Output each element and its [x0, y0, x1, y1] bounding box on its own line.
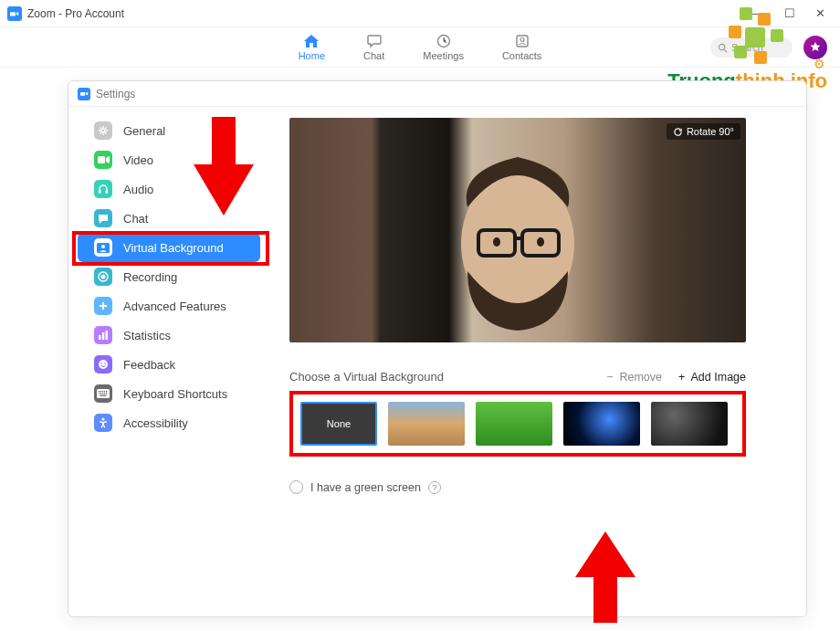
green-screen-checkbox[interactable] — [289, 480, 303, 494]
svg-rect-31 — [99, 393, 100, 394]
bars-icon — [94, 326, 112, 344]
svg-rect-34 — [104, 393, 105, 394]
sidebar-item-label: Recording — [123, 270, 177, 284]
sidebar-item-statistics[interactable]: Statistics — [78, 321, 260, 350]
nav-chat[interactable]: Chat — [363, 33, 384, 61]
sidebar-item-audio[interactable]: Audio — [78, 174, 260, 204]
maximize-button[interactable]: ☐ — [784, 6, 795, 20]
svg-point-42 — [493, 237, 500, 247]
bg-option-none[interactable]: None — [300, 402, 377, 446]
svg-rect-32 — [100, 393, 101, 394]
bg-none-label: None — [327, 418, 351, 429]
svg-rect-33 — [102, 393, 103, 394]
home-icon — [303, 33, 320, 49]
help-icon[interactable]: ? — [428, 481, 441, 494]
svg-point-23 — [100, 363, 102, 364]
svg-rect-19 — [99, 335, 101, 340]
zoom-app-icon — [7, 6, 22, 21]
add-image-button[interactable]: + Add Image — [678, 371, 746, 384]
sidebar-item-label: Virtual Background — [123, 241, 224, 255]
keyboard-icon — [94, 384, 112, 403]
smile-icon — [94, 355, 112, 373]
svg-rect-29 — [104, 391, 105, 392]
svg-rect-21 — [106, 331, 109, 340]
rotate-label: Rotate 90° — [687, 126, 734, 137]
settings-header: Settings — [68, 81, 806, 107]
contacts-icon — [515, 33, 530, 49]
search-icon — [718, 43, 728, 53]
sidebar-item-advanced[interactable]: Advanced Features — [78, 291, 260, 321]
settings-window: Settings General Video Audio — [68, 80, 807, 617]
svg-rect-28 — [102, 391, 103, 392]
gear-watermark-icon: ⚙ — [814, 57, 825, 71]
bg-option-grass[interactable] — [476, 402, 552, 446]
bg-option-custom[interactable] — [651, 402, 728, 446]
sidebar-item-label: Keyboard Shortcuts — [123, 387, 227, 401]
nav-contacts-label: Contacts — [502, 50, 541, 61]
sidebar-item-keyboard[interactable]: Keyboard Shortcuts — [78, 379, 260, 408]
svg-point-2 — [520, 38, 524, 42]
rotate-button[interactable]: Rotate 90° — [667, 123, 740, 140]
sidebar-item-feedback[interactable]: Feedback — [78, 350, 260, 379]
svg-rect-36 — [100, 395, 107, 396]
sidebar-item-video[interactable]: Video — [78, 145, 260, 174]
sidebar-item-virtual-background[interactable]: Virtual Background — [78, 233, 260, 262]
settings-sidebar: General Video Audio Chat — [68, 107, 269, 616]
svg-point-43 — [537, 237, 544, 247]
background-thumbnails: None — [300, 402, 735, 446]
svg-point-3 — [719, 44, 724, 49]
sidebar-item-accessibility[interactable]: Accessibility — [78, 408, 260, 437]
bg-option-bridge[interactable] — [388, 402, 465, 446]
window-title: Zoom - Pro Account — [27, 7, 124, 20]
svg-rect-26 — [99, 391, 100, 392]
video-preview: Rotate 90° — [289, 118, 746, 342]
choose-bg-label: Choose a Virtual Background — [289, 370, 444, 384]
svg-rect-27 — [100, 391, 101, 392]
clock-icon — [436, 33, 451, 49]
chat-bubble-icon — [94, 209, 112, 227]
plus-icon — [94, 297, 112, 315]
remove-image-button[interactable]: − Remove — [606, 371, 662, 384]
sidebar-item-general[interactable]: General — [78, 116, 260, 145]
search-placeholder: Search — [731, 42, 763, 53]
choose-bg-row: Choose a Virtual Background − Remove + A… — [289, 370, 746, 384]
bg-option-earth[interactable] — [563, 402, 640, 446]
sidebar-item-label: Feedback — [123, 358, 175, 372]
user-card-icon — [94, 238, 112, 257]
svg-rect-12 — [98, 156, 105, 163]
nav-meetings[interactable]: Meetings — [423, 33, 464, 61]
sidebar-item-label: Video — [123, 153, 153, 167]
minimize-button[interactable]: — — [752, 6, 764, 20]
svg-rect-30 — [106, 391, 107, 392]
window-controls: — ☐ ✕ — [752, 6, 833, 20]
nav-meetings-label: Meetings — [423, 50, 464, 61]
webcam-person — [440, 143, 595, 335]
sidebar-item-label: Chat — [123, 212, 148, 226]
headphones-icon — [94, 180, 112, 198]
svg-point-37 — [102, 418, 105, 421]
sidebar-item-label: Advanced Features — [123, 300, 226, 313]
nav-chat-label: Chat — [363, 50, 384, 61]
nav-home[interactable]: Home — [299, 33, 325, 61]
close-button[interactable]: ✕ — [815, 6, 825, 20]
accessibility-icon — [94, 414, 112, 432]
titlebar: Zoom - Pro Account — ☐ ✕ — [0, 0, 840, 27]
settings-title: Settings — [96, 88, 135, 100]
sidebar-item-label: Audio — [123, 183, 153, 196]
green-screen-label: I have a green screen — [310, 481, 421, 494]
record-icon — [94, 268, 112, 286]
sidebar-item-recording[interactable]: Recording — [78, 262, 260, 291]
nav-home-label: Home — [299, 50, 325, 61]
sidebar-item-label: Statistics — [123, 329, 171, 342]
zoom-icon-small — [78, 88, 90, 100]
sidebar-item-chat[interactable]: Chat — [78, 204, 260, 233]
gear-icon — [94, 121, 112, 140]
search-input[interactable]: Search — [710, 37, 793, 58]
rotate-icon — [673, 127, 683, 137]
nav-contacts[interactable]: Contacts — [502, 33, 541, 61]
svg-point-22 — [99, 360, 108, 369]
svg-point-24 — [104, 363, 106, 364]
svg-point-16 — [101, 245, 105, 248]
svg-point-18 — [101, 275, 106, 279]
svg-rect-20 — [102, 332, 105, 340]
